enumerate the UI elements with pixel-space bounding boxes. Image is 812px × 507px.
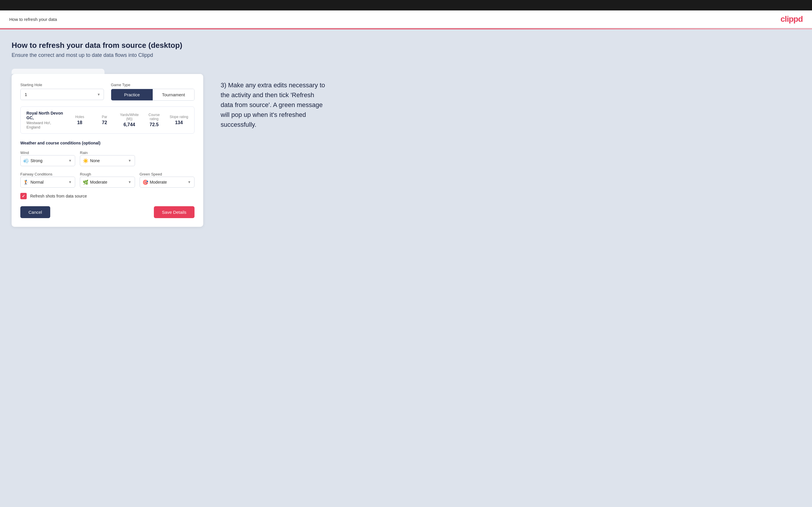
course-name: Royal North Devon GC, xyxy=(27,111,64,120)
page-subheading: Ensure the correct and most up to date d… xyxy=(12,52,800,58)
rain-label: Rain xyxy=(80,151,88,155)
starting-hole-group: Starting Hole 1 10 ▼ xyxy=(20,83,104,101)
fairway-select-wrapper: 🏌️ Normal Wet Dry ▼ xyxy=(20,177,75,188)
empty-col xyxy=(140,150,195,166)
wind-group: Wind 💨 Strong Light None ▼ xyxy=(20,150,75,166)
starting-hole-label: Starting Hole xyxy=(20,83,104,87)
par-value: 72 xyxy=(95,120,114,125)
starting-hole-select-wrapper: 1 10 ▼ xyxy=(20,89,104,100)
rough-select[interactable]: Moderate Light Heavy xyxy=(80,177,135,188)
holes-stat: Holes 18 xyxy=(70,115,89,125)
top-form-row: Starting Hole 1 10 ▼ Game Type Practi xyxy=(20,83,195,101)
holes-value: 18 xyxy=(70,120,89,125)
green-speed-label: Green Speed xyxy=(140,172,162,176)
rain-select-wrapper: ☀️ None Light Heavy ▼ xyxy=(80,155,135,166)
card-area: Starting Hole 1 10 ▼ Game Type Practi xyxy=(12,69,203,227)
practice-button[interactable]: Practice xyxy=(111,89,153,100)
course-rating-value: 72.5 xyxy=(145,122,163,127)
rough-select-wrapper: 🌿 Moderate Light Heavy ▼ xyxy=(80,177,135,188)
rough-label: Rough xyxy=(80,172,91,176)
wind-select-wrapper: 💨 Strong Light None ▼ xyxy=(20,155,75,166)
game-type-label: Game Type xyxy=(111,83,195,87)
action-row: Cancel Save Details xyxy=(20,206,195,218)
main-content: How to refresh your data from source (de… xyxy=(0,29,812,507)
yards-stat: Yards/White (M)) 6,744 xyxy=(120,113,139,127)
refresh-row: Refresh shots from data source xyxy=(20,193,195,199)
yards-value: 6,744 xyxy=(120,122,139,127)
green-speed-group: Green Speed 🎯 Moderate Slow Fast ▼ xyxy=(140,171,195,188)
par-label: Par xyxy=(95,115,114,119)
game-type-buttons: Practice Tournament xyxy=(111,89,195,101)
tournament-button[interactable]: Tournament xyxy=(153,89,194,100)
header-title: How to refresh your data xyxy=(9,17,57,22)
side-text-area: 3) Make any extra edits necessary to the… xyxy=(221,69,325,130)
cancel-button[interactable]: Cancel xyxy=(20,206,50,218)
course-info-card: Royal North Devon GC, Westward Ho!, Engl… xyxy=(20,106,195,134)
green-speed-select-wrapper: 🎯 Moderate Slow Fast ▼ xyxy=(140,177,195,188)
conditions-title: Weather and course conditions (optional) xyxy=(20,141,195,145)
course-rating-label: Course rating xyxy=(145,113,163,121)
game-type-group: Game Type Practice Tournament xyxy=(111,83,195,101)
side-text-paragraph: 3) Make any extra edits necessary to the… xyxy=(221,80,325,130)
fairway-rough-green-row: Fairway Conditions 🏌️ Normal Wet Dry ▼ xyxy=(20,171,195,188)
slope-rating-value: 134 xyxy=(169,120,189,125)
refresh-checkbox[interactable] xyxy=(20,193,27,199)
page-heading: How to refresh your data from source (de… xyxy=(12,41,800,50)
fairway-label: Fairway Conditions xyxy=(20,172,53,176)
fairway-select[interactable]: Normal Wet Dry xyxy=(20,177,75,188)
wind-select[interactable]: Strong Light None xyxy=(20,155,75,166)
green-speed-select[interactable]: Moderate Slow Fast xyxy=(140,177,195,188)
partial-top-card xyxy=(12,69,104,74)
rain-select[interactable]: None Light Heavy xyxy=(80,155,135,166)
course-rating-stat: Course rating 72.5 xyxy=(145,113,163,127)
wind-label: Wind xyxy=(20,151,29,155)
slope-rating-label: Slope rating xyxy=(169,115,189,119)
save-button[interactable]: Save Details xyxy=(154,206,195,218)
rough-group: Rough 🌿 Moderate Light Heavy ▼ xyxy=(80,171,135,188)
refresh-label: Refresh shots from data source xyxy=(30,194,87,199)
wind-rain-row: Wind 💨 Strong Light None ▼ Rain xyxy=(20,150,195,166)
slope-rating-stat: Slope rating 134 xyxy=(169,115,189,125)
content-row: Starting Hole 1 10 ▼ Game Type Practi xyxy=(12,69,800,227)
yards-label: Yards/White (M)) xyxy=(120,113,139,121)
top-bar xyxy=(0,0,812,10)
holes-label: Holes xyxy=(70,115,89,119)
form-card: Starting Hole 1 10 ▼ Game Type Practi xyxy=(12,74,203,227)
par-stat: Par 72 xyxy=(95,115,114,125)
logo: clippd xyxy=(781,14,803,24)
starting-hole-select[interactable]: 1 10 xyxy=(20,89,104,100)
course-name-col: Royal North Devon GC, Westward Ho!, Engl… xyxy=(27,111,64,129)
fairway-group: Fairway Conditions 🏌️ Normal Wet Dry ▼ xyxy=(20,171,75,188)
rain-group: Rain ☀️ None Light Heavy ▼ xyxy=(80,150,135,166)
course-location: Westward Ho!, England xyxy=(27,121,64,129)
header: How to refresh your data clippd xyxy=(0,10,812,29)
